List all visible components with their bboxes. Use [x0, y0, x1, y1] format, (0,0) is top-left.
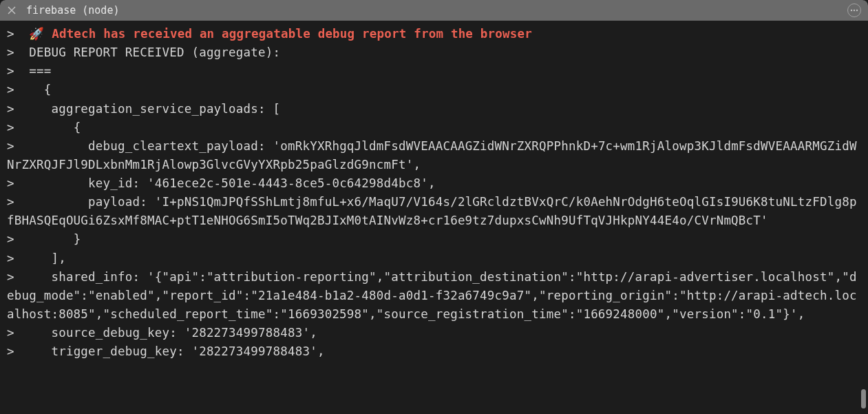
terminal-line: > debug_cleartext_payload: 'omRkYXRhgqJl…: [7, 137, 861, 174]
terminal-line: > payload: 'I+pNS1QmJPQfSShLmtj8mfuL+x6/…: [7, 193, 861, 230]
log-text: source_debug_key: '282273499788483',: [29, 326, 317, 340]
svg-point-3: [854, 10, 855, 11]
prompt-char: >: [7, 344, 29, 358]
prompt-char: >: [7, 195, 29, 209]
highlight-text: Adtech has received an aggregatable debu…: [44, 27, 532, 41]
prompt-char: >: [7, 102, 29, 116]
terminal-line: > ],: [7, 249, 861, 268]
terminal-line: > aggregation_service_payloads: [: [7, 100, 861, 118]
prompt-char: >: [7, 139, 29, 153]
log-text: {: [29, 121, 81, 134]
svg-point-2: [851, 10, 852, 11]
terminal-line: > source_debug_key: '282273499788483',: [7, 324, 861, 342]
log-text: DEBUG REPORT RECEIVED (aggregate):: [29, 45, 280, 59]
log-text: payload: 'I+pNS1QmJPQfSShLmtj8mfuL+x6/Ma…: [7, 195, 857, 227]
log-text: ===: [29, 64, 51, 78]
log-text: shared_info: '{"api":"attribution-report…: [7, 270, 857, 321]
svg-point-4: [856, 10, 858, 11]
terminal-line: > 🚀 Adtech has received an aggregatable …: [7, 25, 861, 43]
close-icon[interactable]: [6, 4, 18, 17]
terminal-line: > ===: [7, 62, 861, 81]
rocket-icon: 🚀: [29, 27, 44, 41]
prompt-char: >: [7, 64, 29, 78]
terminal-line: > trigger_debug_key: '282273499788483',: [7, 342, 861, 361]
prompt-char: >: [7, 83, 29, 96]
log-text: trigger_debug_key: '282273499788483',: [29, 344, 324, 358]
log-text: key_id: '461ece2c-501e-4443-8ce5-0c64298…: [29, 176, 435, 190]
prompt-char: >: [7, 232, 29, 246]
log-text: ],: [29, 251, 66, 265]
terminal-line: > }: [7, 230, 861, 249]
tab-bar: firebase (node): [0, 0, 868, 21]
log-text: debug_cleartext_payload: 'omRkYXRhgqJldm…: [7, 139, 857, 172]
log-text: {: [29, 83, 51, 96]
log-text: }: [29, 232, 81, 246]
prompt-char: >: [7, 270, 29, 284]
tab-title[interactable]: firebase (node): [26, 4, 119, 17]
prompt-char: >: [7, 121, 29, 134]
terminal-line: > {: [7, 118, 861, 137]
more-options-icon[interactable]: [847, 3, 861, 17]
terminal-line: > DEBUG REPORT RECEIVED (aggregate):: [7, 43, 861, 62]
terminal-output[interactable]: > 🚀 Adtech has received an aggregatable …: [0, 21, 868, 414]
prompt-char: >: [7, 45, 29, 59]
prompt-char: >: [7, 326, 29, 340]
terminal-line: > key_id: '461ece2c-501e-4443-8ce5-0c642…: [7, 174, 861, 193]
scrollbar-thumb[interactable]: [861, 389, 866, 408]
log-text: aggregation_service_payloads: [: [29, 102, 280, 116]
prompt-char: >: [7, 251, 29, 265]
prompt-char: >: [7, 27, 29, 41]
prompt-char: >: [7, 176, 29, 190]
terminal-line: > shared_info: '{"api":"attribution-repo…: [7, 268, 861, 324]
terminal-line: > {: [7, 81, 861, 99]
